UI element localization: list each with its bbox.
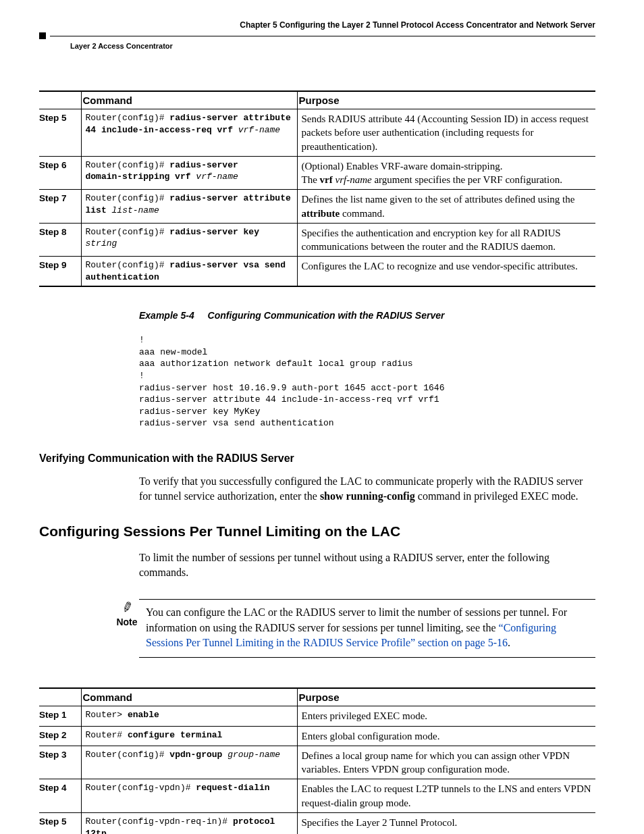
purpose-cell: Defines a local group name for which you… [297, 746, 595, 779]
sessions-heading: Configuring Sessions Per Tunnel Limiting… [39, 523, 595, 540]
command-cell: Router(config)# radius-serverdomain-stri… [81, 156, 297, 190]
command-table-1: Command Purpose Step 5Router(config)# ra… [39, 90, 595, 287]
sessions-body: To limit the number of sessions per tunn… [139, 550, 595, 581]
header-rule-marker [39, 32, 46, 39]
purpose-cell: Enters global configuration mode. [297, 726, 595, 746]
command-cell: Router(config)# radius-server key string [81, 223, 297, 257]
command-cell: Router(config)# radius-server attribute4… [81, 109, 297, 157]
note-pen-icon: ✎ [119, 598, 135, 617]
step-label: Step 8 [39, 223, 81, 257]
step-label: Step 3 [39, 746, 81, 779]
command-cell: Router> enable [81, 706, 297, 726]
step-label: Step 6 [39, 156, 81, 190]
step-label: Step 5 [39, 812, 81, 834]
example-caption: Example 5-4 Configuring Communication wi… [139, 310, 595, 321]
command-cell: Router(config)# vpdn-group group-name [81, 746, 297, 779]
purpose-cell: Defines the list name given to the set o… [297, 190, 595, 224]
purpose-cell: Configures the LAC to recognize and use … [297, 257, 595, 287]
section-title: Layer 2 Access Concentrator [70, 42, 595, 50]
note-block: ✎ Note You can configure the LAC or the … [115, 599, 595, 658]
step-label: Step 5 [39, 109, 81, 157]
command-table-2: Command Purpose Step 1Router> enableEnte… [39, 687, 595, 834]
step-label: Step 7 [39, 190, 81, 224]
purpose-cell: Specifies the Layer 2 Tunnel Protocol. [297, 812, 595, 834]
verify-heading: Verifying Communication with the RADIUS … [39, 452, 595, 465]
chapter-title: Chapter 5 Configuring the Layer 2 Tunnel… [240, 20, 595, 30]
step-label: Step 9 [39, 257, 81, 287]
col-purpose: Purpose [297, 688, 595, 706]
step-label: Step 1 [39, 706, 81, 726]
header-rule [39, 32, 595, 39]
col-purpose: Purpose [297, 91, 595, 109]
step-label: Step 4 [39, 779, 81, 813]
verify-body: To verify that you successfully configur… [139, 474, 595, 504]
purpose-cell: (Optional) Enables VRF-aware domain-stri… [297, 156, 595, 190]
purpose-cell: Enables the LAC to request L2TP tunnels … [297, 779, 595, 813]
command-cell: Router(config)# radius-server attributel… [81, 190, 297, 224]
purpose-cell: Specifies the authentication and encrypt… [297, 223, 595, 257]
running-header: Chapter 5 Configuring the Layer 2 Tunnel… [39, 20, 595, 30]
example-code: ! aaa new-model aaa authorization networ… [139, 334, 595, 429]
command-cell: Router(config-vpdn)# request-dialin [81, 779, 297, 813]
note-body: You can configure the LAC or the RADIUS … [139, 599, 595, 658]
purpose-cell: Enters privileged EXEC mode. [297, 706, 595, 726]
col-command: Command [81, 91, 297, 109]
purpose-cell: Sends RADIUS attribute 44 (Accounting Se… [297, 109, 595, 157]
command-cell: Router(config)# radius-server vsa sendau… [81, 257, 297, 287]
col-command: Command [81, 688, 297, 706]
command-cell: Router(config-vpdn-req-in)# protocol 12t… [81, 812, 297, 834]
step-label: Step 2 [39, 726, 81, 746]
command-cell: Router# configure terminal [81, 726, 297, 746]
note-label: Note [115, 617, 139, 627]
